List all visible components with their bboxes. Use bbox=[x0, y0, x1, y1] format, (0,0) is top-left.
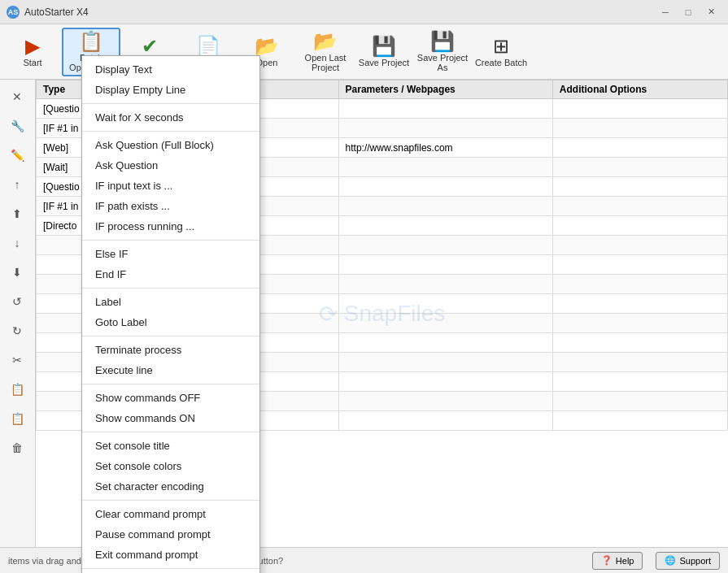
toolbar-label-save-as: Save Project As bbox=[415, 53, 470, 72]
table-cell-empty bbox=[338, 411, 552, 431]
title-bar-left: AS AutoStarter X4 bbox=[7, 6, 89, 19]
table-cell-empty bbox=[338, 294, 552, 314]
support-icon: 🌐 bbox=[665, 555, 676, 566]
app-icon: AS bbox=[7, 6, 20, 19]
table-cell-empty bbox=[552, 392, 727, 411]
sidebar-btn-1[interactable]: 🔧 bbox=[2, 112, 33, 140]
help-icon: ❓ bbox=[601, 555, 612, 566]
table-cell-empty bbox=[338, 353, 552, 372]
support-button[interactable]: 🌐 Support bbox=[656, 552, 720, 570]
table-cell-options bbox=[552, 99, 727, 119]
close-button[interactable]: ✕ bbox=[700, 4, 721, 20]
menu-item-label[interactable]: Label bbox=[82, 292, 259, 312]
menu-separator bbox=[82, 432, 259, 432]
menu-item-end-if[interactable]: End IF bbox=[82, 264, 259, 284]
menu-item-if-input-text[interactable]: IF input text is ... bbox=[82, 176, 259, 196]
sidebar-btn-10[interactable]: 📋 bbox=[2, 375, 33, 403]
menu-item-pause-command-prompt[interactable]: Pause command prompt bbox=[82, 524, 259, 545]
menu-item-show-commands-off[interactable]: Show commands OFF bbox=[82, 388, 259, 408]
sidebar-btn-9[interactable]: ✂ bbox=[2, 346, 33, 374]
menu-item-if-process-running[interactable]: IF process running ... bbox=[82, 216, 259, 237]
table-cell-params bbox=[338, 119, 552, 138]
table-cell-empty bbox=[552, 236, 727, 255]
table-cell-options bbox=[552, 197, 727, 216]
table-cell-empty bbox=[338, 236, 552, 255]
toolbar-label-open-last: Open Last Project bbox=[298, 53, 353, 72]
table-cell-empty bbox=[552, 314, 727, 333]
menu-item-ask-question-full[interactable]: Ask Question (Full Block) bbox=[82, 135, 259, 155]
table-cell-empty bbox=[552, 255, 727, 275]
menu-item-goto-label[interactable]: Goto Label bbox=[82, 312, 259, 332]
menu-item-execute-line[interactable]: Execute line bbox=[82, 360, 259, 380]
menu-item-set-console-title[interactable]: Set console title bbox=[82, 436, 259, 456]
menu-item-set-char-encoding[interactable]: Set character encoding bbox=[82, 476, 259, 497]
sidebar-btn-0[interactable]: ✕ bbox=[2, 83, 33, 111]
table-cell-empty bbox=[552, 294, 727, 314]
table-cell-params bbox=[338, 158, 552, 177]
table-cell-params bbox=[338, 216, 552, 236]
sidebar-btn-12[interactable]: 🗑 bbox=[2, 434, 33, 462]
menu-item-display-empty-line[interactable]: Display Empty Line bbox=[82, 80, 259, 100]
table-cell-empty bbox=[552, 353, 727, 372]
menu-item-if-path-exists[interactable]: IF path exists ... bbox=[82, 196, 259, 216]
menu-item-clear-command-prompt[interactable]: Clear command prompt bbox=[82, 504, 259, 524]
menu-separator bbox=[82, 103, 259, 104]
toolbar-icon-start: ▶ bbox=[25, 37, 40, 56]
menu-item-terminate-process[interactable]: Terminate process bbox=[82, 340, 259, 360]
menu-item-ask-question[interactable]: Ask Question bbox=[82, 155, 259, 176]
toolbar-btn-start[interactable]: ▶Start bbox=[3, 28, 62, 76]
toolbar-btn-create-batch[interactable]: ⊞Create Batch bbox=[472, 28, 530, 76]
sidebar-btn-6[interactable]: ⬇ bbox=[2, 258, 33, 286]
table-cell-params bbox=[338, 177, 552, 197]
sidebar-btn-2[interactable]: ✏️ bbox=[2, 141, 33, 169]
sidebar-btn-5[interactable]: ↓ bbox=[2, 229, 33, 257]
menu-separator bbox=[82, 568, 259, 569]
sidebar: ✕🔧✏️↑⬆↓⬇↺↻✂📋📋🗑 bbox=[0, 80, 36, 547]
table-cell-empty bbox=[552, 372, 727, 392]
app-title: AutoStarter X4 bbox=[24, 7, 89, 18]
sidebar-btn-8[interactable]: ↻ bbox=[2, 317, 33, 345]
menu-separator bbox=[82, 384, 259, 384]
sidebar-btn-4[interactable]: ⬆ bbox=[2, 200, 33, 228]
table-cell-empty bbox=[338, 314, 552, 333]
title-bar: AS AutoStarter X4 ─ □ ✕ bbox=[0, 0, 728, 24]
table-cell-options bbox=[552, 138, 727, 158]
table-cell-empty bbox=[552, 333, 727, 353]
menu-separator bbox=[82, 336, 259, 336]
toolbar-btn-save-as[interactable]: 💾Save Project As bbox=[413, 28, 472, 76]
menu-item-set-console-colors[interactable]: Set console colors bbox=[82, 456, 259, 476]
toolbar-icon-open: 📂 bbox=[255, 37, 279, 56]
toolbar-label-start: Start bbox=[23, 58, 41, 67]
menu-item-wait-x-seconds[interactable]: Wait for X seconds bbox=[82, 107, 259, 128]
toolbar-icon-test: ✔ bbox=[142, 37, 158, 56]
dropdown-menu: Display TextDisplay Empty LineWait for X… bbox=[81, 55, 260, 573]
table-cell-params bbox=[338, 197, 552, 216]
window-controls: ─ □ ✕ bbox=[655, 4, 721, 20]
menu-separator bbox=[82, 240, 259, 241]
minimize-button[interactable]: ─ bbox=[655, 4, 676, 20]
menu-item-display-text[interactable]: Display Text bbox=[82, 59, 259, 80]
sidebar-btn-3[interactable]: ↑ bbox=[2, 171, 33, 198]
table-cell-empty bbox=[338, 392, 552, 411]
sidebar-btn-7[interactable]: ↺ bbox=[2, 288, 33, 315]
toolbar-icon-open-last: 📂 bbox=[313, 32, 338, 51]
sidebar-btn-11[interactable]: 📋 bbox=[2, 405, 33, 432]
help-button[interactable]: ❓ Help bbox=[592, 552, 643, 570]
maximize-button[interactable]: □ bbox=[678, 4, 699, 20]
table-cell-empty bbox=[552, 411, 727, 431]
table-cell-empty bbox=[338, 372, 552, 392]
table-cell-empty bbox=[552, 275, 727, 294]
menu-item-else-if[interactable]: Else IF bbox=[82, 244, 259, 264]
toolbar-label-save: Save Project bbox=[359, 58, 409, 67]
toolbar-icon-save: 💾 bbox=[372, 37, 396, 56]
table-cell-empty bbox=[338, 333, 552, 353]
toolbar-btn-open-last[interactable]: 📂Open Last Project bbox=[296, 28, 355, 76]
toolbar-icon-create-batch: ⊞ bbox=[493, 37, 509, 56]
menu-item-exit-command-prompt[interactable]: Exit command prompt bbox=[82, 545, 259, 565]
menu-item-show-commands-on[interactable]: Show commands ON bbox=[82, 408, 259, 428]
toolbar-icon-new: 📄 bbox=[196, 37, 220, 56]
table-cell-options bbox=[552, 216, 727, 236]
table-cell-empty bbox=[338, 255, 552, 275]
toolbar-label-create-batch: Create Batch bbox=[475, 58, 527, 67]
toolbar-btn-save[interactable]: 💾Save Project bbox=[355, 28, 413, 76]
